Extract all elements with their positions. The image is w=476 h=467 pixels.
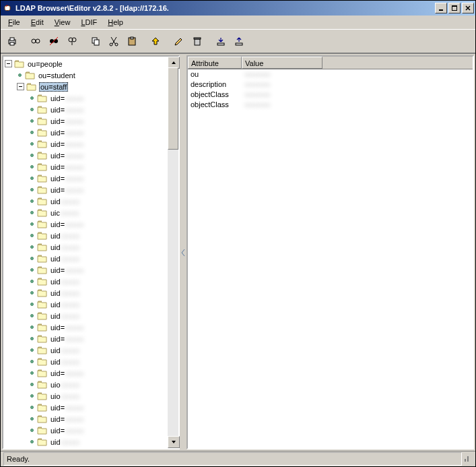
tool-edit-icon[interactable] bbox=[170, 33, 187, 50]
tree-node-root[interactable]: ou=people bbox=[5, 58, 178, 69]
tree-scroll[interactable]: ou=peopleou=studentou=staffuid=xxxxxuid=… bbox=[3, 57, 178, 448]
column-header-attribute[interactable]: Attribute bbox=[188, 57, 242, 69]
titlebar[interactable]: LDAP Browser\Editor v2.8.2 - [ldap://172… bbox=[1, 1, 475, 15]
tree-node-uid[interactable]: uid=xxxxx bbox=[5, 447, 178, 448]
tree-node-uid[interactable]: uid=xxxxx bbox=[5, 264, 178, 276]
leaf-handle-icon bbox=[29, 393, 35, 399]
tree-node-uid[interactable]: uid=xxxxx bbox=[5, 115, 178, 127]
attribute-row[interactable]: objectClassxxxxxxx bbox=[191, 90, 470, 100]
tool-export-icon[interactable] bbox=[230, 33, 247, 50]
svg-point-42 bbox=[31, 269, 34, 272]
tree-node-label: ou=people bbox=[27, 60, 63, 68]
redacted-text: xxxxx bbox=[61, 289, 80, 297]
redacted-text: xxxxx bbox=[65, 152, 84, 160]
tree-node-uid[interactable]: uid=xxxxx bbox=[5, 184, 178, 195]
tree-node-uid[interactable]: uid=xxxxx bbox=[5, 321, 178, 333]
resize-grip-icon[interactable] bbox=[462, 454, 473, 464]
redacted-text: xxxxx bbox=[65, 323, 84, 332]
tree-node-uid[interactable]: uid=xxxxx bbox=[5, 425, 178, 436]
svg-point-52 bbox=[31, 383, 34, 386]
tree-node-label: uid bbox=[50, 255, 61, 263]
tree-node-uid[interactable]: uidxxxxx bbox=[5, 253, 178, 264]
tree-node-uid[interactable]: uid=xxxxx bbox=[5, 367, 178, 379]
redacted-text: xxxxx bbox=[61, 255, 80, 263]
tree-node-staff[interactable]: ou=staff bbox=[5, 81, 178, 92]
menu-file[interactable]: File bbox=[3, 16, 25, 28]
tree-node-uid[interactable]: uidxxxxx bbox=[5, 230, 178, 241]
folder-icon bbox=[37, 369, 48, 377]
close-button[interactable] bbox=[462, 3, 474, 13]
tree-node-uid[interactable]: uidxxxxx bbox=[5, 299, 178, 310]
tool-connect-icon[interactable] bbox=[27, 33, 44, 50]
tree-node-uid[interactable]: uid=xxxxx bbox=[5, 173, 178, 184]
maximize-button[interactable] bbox=[448, 3, 461, 13]
svg-point-40 bbox=[31, 246, 34, 249]
menu-view[interactable]: View bbox=[50, 16, 75, 28]
tool-paste-icon[interactable] bbox=[123, 33, 140, 50]
leaf-handle-icon bbox=[29, 244, 35, 250]
tool-print[interactable] bbox=[3, 33, 20, 50]
tool-find-icon[interactable] bbox=[63, 33, 80, 50]
tree-node-uid[interactable]: uioxxxxx bbox=[5, 390, 178, 402]
tool-copy-icon[interactable] bbox=[87, 33, 104, 50]
tree-node-uid[interactable]: uidxxxxx bbox=[5, 195, 178, 207]
tree-node-label: uid= bbox=[50, 186, 65, 194]
attribute-row[interactable]: ouxxxxxxx bbox=[191, 69, 470, 80]
tree-node-uid[interactable]: uid=xxxxx bbox=[5, 127, 178, 138]
minimize-button[interactable] bbox=[435, 3, 447, 13]
tree-node-uid[interactable]: uid=xxxxx bbox=[5, 92, 178, 104]
tree-node-uid[interactable]: uid=xxxxx bbox=[5, 150, 178, 161]
leaf-handle-icon bbox=[29, 336, 35, 342]
tree-node-uid[interactable]: uicxxxxx bbox=[5, 207, 178, 218]
tool-cut-icon[interactable] bbox=[105, 33, 122, 50]
tree-node-label: uid= bbox=[50, 415, 65, 423]
tree-node-uid[interactable]: uidxxxxx bbox=[5, 344, 178, 356]
menu-help[interactable]: Help bbox=[103, 16, 128, 28]
tree-vscrollbar[interactable] bbox=[168, 57, 178, 448]
tree-node-uid[interactable]: uid=xxxxx bbox=[5, 218, 178, 230]
column-header-value[interactable]: Value bbox=[242, 57, 322, 69]
attribute-table-body[interactable]: ouxxxxxxxdescriptionxxxxxxxobjectClassxx… bbox=[188, 69, 473, 448]
tree-node-uid[interactable]: uidxxxxx bbox=[5, 436, 178, 447]
menu-ldif[interactable]: LDIF bbox=[76, 16, 102, 28]
svg-rect-22 bbox=[217, 43, 224, 45]
tree-node-uid[interactable]: uid=xxxxx bbox=[5, 104, 178, 115]
folder-icon bbox=[37, 231, 48, 240]
svg-point-54 bbox=[31, 406, 34, 409]
scroll-track[interactable] bbox=[168, 67, 178, 437]
tree-node-uid[interactable]: uidxxxxx bbox=[5, 287, 178, 299]
tree-node-uid[interactable]: uid=xxxxx bbox=[5, 413, 178, 425]
tree-node-uid[interactable]: uidxxxxx bbox=[5, 356, 178, 367]
attribute-row[interactable]: descriptionxxxxxxx bbox=[191, 80, 470, 90]
leaf-handle-icon bbox=[29, 175, 35, 181]
scroll-down-button[interactable] bbox=[168, 436, 180, 448]
tool-move-up-icon[interactable] bbox=[147, 33, 164, 50]
tree-node-label: uid bbox=[50, 301, 61, 309]
tree-node-uid[interactable]: uidxxxxx bbox=[5, 310, 178, 321]
tree-node-uid[interactable]: uid=xxxxx bbox=[5, 402, 178, 413]
attribute-row[interactable]: objectClassxxxxxxx bbox=[191, 100, 470, 110]
tree-node-uid[interactable]: uid=xxxxx bbox=[5, 138, 178, 150]
collapse-handle[interactable] bbox=[5, 60, 12, 67]
leaf-handle-icon bbox=[29, 95, 35, 101]
tree-node-uid[interactable]: uid=xxxxx bbox=[5, 333, 178, 344]
tool-import-icon[interactable] bbox=[212, 33, 229, 50]
menu-edit[interactable]: Edit bbox=[26, 16, 48, 28]
svg-rect-4 bbox=[10, 38, 14, 40]
tree-node-label: uid bbox=[50, 346, 61, 354]
scroll-thumb[interactable] bbox=[168, 67, 178, 150]
tree-node-label: uid= bbox=[50, 152, 65, 160]
tree-node-uid[interactable]: uid=xxxxx bbox=[5, 161, 178, 173]
folder-icon bbox=[37, 220, 48, 228]
collapse-handle[interactable] bbox=[17, 83, 24, 90]
tree-node-uid[interactable]: uioxxxxx bbox=[5, 379, 178, 390]
tree-pane: ou=peopleou=studentou=staffuid=xxxxxuid=… bbox=[2, 55, 180, 449]
tree-node-student[interactable]: ou=student bbox=[5, 69, 178, 81]
folder-icon bbox=[37, 300, 48, 309]
tree-node-uid[interactable]: uidxxxxx bbox=[5, 241, 178, 253]
tree-node-label: uid= bbox=[50, 369, 65, 377]
tool-disconnect-icon[interactable] bbox=[45, 33, 62, 50]
tool-delete-icon[interactable] bbox=[189, 33, 205, 50]
tree-node-uid[interactable]: uidxxxxx bbox=[5, 276, 178, 287]
splitter-handle[interactable] bbox=[181, 54, 185, 451]
